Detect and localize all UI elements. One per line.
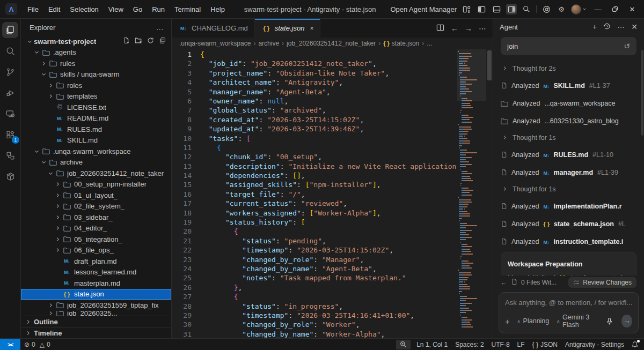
tree-item-readme-md[interactable]: M↓README.md: [21, 113, 171, 124]
thought-row[interactable]: Thought for 2s: [501, 61, 636, 77]
microphone-icon[interactable]: [606, 317, 613, 325]
agent-manager-grid-icon[interactable]: [461, 4, 472, 14]
refresh-icon[interactable]: [147, 37, 154, 46]
toggle-right-panel-icon[interactable]: [506, 4, 517, 14]
menu-edit[interactable]: Edit: [43, 3, 65, 16]
menu-go[interactable]: Go: [128, 3, 147, 16]
menu-file[interactable]: File: [23, 3, 43, 16]
menu-terminal[interactable]: Terminal: [170, 3, 206, 16]
tree-item-03-sidebar[interactable]: 03_sidebar_: [21, 212, 171, 223]
open-agent-manager-button[interactable]: Open Agent Manager: [390, 5, 457, 13]
toggle-left-panel-icon[interactable]: [476, 4, 487, 14]
tree-item-unqa-swarm-workspace[interactable]: .unqa-swarm_workspace: [21, 146, 171, 157]
extensions-icon[interactable]: 1: [2, 126, 18, 143]
editor-scrollbar[interactable]: [486, 49, 493, 338]
tree-item-masterplan-md[interactable]: M↓masterplan.md: [21, 278, 171, 289]
tree-item-job-202603251559-tiptap-fix[interactable]: job_202603251559_tiptap_fix: [21, 300, 171, 311]
model-selector[interactable]: ˄Gemini 3 Flash: [557, 314, 598, 329]
tree-item-skills-unqa-swarm[interactable]: skills / unqa-swarm: [21, 69, 171, 80]
account-menu[interactable]: [571, 4, 587, 14]
nav-back-icon[interactable]: ←: [451, 24, 458, 33]
tree-item-job-20260325[interactable]: job_20260325...: [21, 311, 171, 316]
new-file-icon[interactable]: [123, 37, 130, 46]
tree-item-state-json[interactable]: { }state.json: [21, 289, 171, 300]
thought-row[interactable]: Thought for 1s: [501, 130, 636, 146]
settings-gear-icon[interactable]: ⚙: [556, 4, 567, 14]
chat-composer[interactable]: + ˄Planning ˄Gemini 3 Flash →: [499, 292, 639, 333]
explorer-more-actions-icon[interactable]: ...: [156, 24, 164, 32]
related-panels-icon[interactable]: [2, 147, 18, 163]
app-logo-icon[interactable]: Λ: [5, 3, 17, 15]
tree-item-01-ui-layout[interactable]: 01_ui_layout_: [21, 190, 171, 201]
editor-more-actions-icon[interactable]: ⋯: [479, 24, 486, 33]
sidebar-section-timeline[interactable]: Timeline: [21, 327, 171, 338]
tree-item-rules-md[interactable]: M↓RULES.md: [21, 124, 171, 135]
zoom-indicator[interactable]: [396, 340, 411, 349]
chat-input[interactable]: [505, 299, 632, 307]
tree-item-agents[interactable]: .agents: [21, 47, 171, 58]
breadcrumb-item[interactable]: job_202603251412_note_taker: [287, 40, 376, 47]
code-editor[interactable]: 1{2 "job_id": "job_202603251412_note_tak…: [172, 49, 457, 338]
agent-feed-item[interactable]: AnalyzedM↓manager.md#L1-39: [501, 163, 636, 181]
agent-feed-item[interactable]: AnalyzedM↓ImplementationPlan.r: [501, 197, 636, 215]
run-debug-icon[interactable]: [2, 85, 18, 101]
source-control-icon[interactable]: [2, 64, 18, 80]
settings-sync[interactable]: Antigravity - Settings: [561, 341, 628, 348]
tree-item-archive[interactable]: archive: [21, 157, 171, 168]
cursor-position[interactable]: Ln 1, Col 1: [413, 341, 451, 348]
close-panel-icon[interactable]: ✕: [631, 23, 638, 31]
search-view-icon[interactable]: [2, 43, 18, 59]
menu-help[interactable]: Help: [206, 3, 230, 16]
review-changes-button[interactable]: Review Changes: [568, 277, 636, 288]
send-button[interactable]: →: [621, 315, 632, 327]
close-window-button[interactable]: ✕: [626, 5, 639, 13]
agent-scrollbar[interactable]: [641, 50, 643, 136]
tree-item-02-file-system[interactable]: 02_file_system_: [21, 201, 171, 212]
sidebar-section-outline[interactable]: Outline: [21, 316, 171, 327]
restore-button[interactable]: [609, 6, 621, 12]
history-icon[interactable]: [603, 23, 611, 32]
notifications-bell-icon[interactable]: [628, 341, 644, 348]
breadcrumb-item[interactable]: archive: [258, 40, 279, 47]
menu-view[interactable]: View: [104, 3, 128, 16]
tree-item-05-integration[interactable]: 05_integration_: [21, 234, 171, 245]
agent-feed-item[interactable]: Analyzed{ }state_schema.json#L: [501, 215, 636, 233]
tree-item-06-file-ops[interactable]: 06_file_ops_: [21, 245, 171, 256]
split-editor-icon[interactable]: [436, 24, 444, 33]
collapse-all-icon[interactable]: [159, 37, 166, 46]
tree-item-lessons-learned-md[interactable]: M↓lessons_learned.md: [21, 267, 171, 278]
agent-feed-item[interactable]: AnalyzedM↓RULES.md#L1-10: [501, 146, 636, 163]
explorer-view-icon[interactable]: [2, 22, 18, 38]
problems-indicator[interactable]: ⊘0 △0: [20, 341, 54, 348]
tab-changelog-md[interactable]: M↓CHANGELOG.md: [172, 19, 255, 38]
remote-explorer-icon[interactable]: [2, 106, 18, 122]
indentation[interactable]: Spaces: 2: [451, 341, 487, 348]
mode-selector[interactable]: ˄Planning: [517, 317, 550, 325]
browser-icon[interactable]: [541, 4, 552, 14]
undo-icon[interactable]: ↺: [624, 42, 630, 50]
tree-item-rules[interactable]: rules: [21, 58, 171, 69]
agent-feed-item[interactable]: Analyzed...603251330_astro_blog: [501, 112, 636, 130]
tree-item-templates[interactable]: templates: [21, 91, 171, 102]
tree-item-job-202603251412-note-taker[interactable]: job_202603251412_note_taker: [21, 168, 171, 179]
user-message-bubble[interactable]: join ↺: [501, 37, 636, 55]
collapse-left-icon[interactable]: ←: [501, 279, 507, 286]
minimap[interactable]: [457, 49, 486, 338]
breadcrumb-item[interactable]: { }state.json: [383, 40, 419, 47]
tab-close-icon[interactable]: ×: [310, 25, 313, 32]
tree-item-00-setup-npm-installer[interactable]: 00_setup_npm-installer: [21, 179, 171, 190]
menu-run[interactable]: Run: [147, 3, 170, 16]
menu-selection[interactable]: Selection: [65, 3, 103, 16]
breadcrumb-item[interactable]: .unqa-swarm_workspace: [179, 40, 251, 47]
tree-item-swarm-test-project[interactable]: swarm-test-project: [21, 36, 171, 47]
tab-state-json[interactable]: { }state.json×: [255, 19, 321, 38]
remote-indicator[interactable]: ><: [0, 339, 20, 350]
new-chat-icon[interactable]: +: [592, 23, 597, 31]
tree-item-draft-plan-md[interactable]: M↓draft_plan.md: [21, 256, 171, 267]
nav-forward-icon[interactable]: →: [465, 24, 472, 33]
breadcrumb-item[interactable]: ...: [427, 40, 432, 47]
agent-more-actions-icon[interactable]: ⋯: [617, 23, 625, 31]
thought-row[interactable]: Thought for 1s: [501, 181, 636, 197]
new-folder-icon[interactable]: [135, 37, 142, 46]
tree-item-roles[interactable]: roles: [21, 80, 171, 91]
